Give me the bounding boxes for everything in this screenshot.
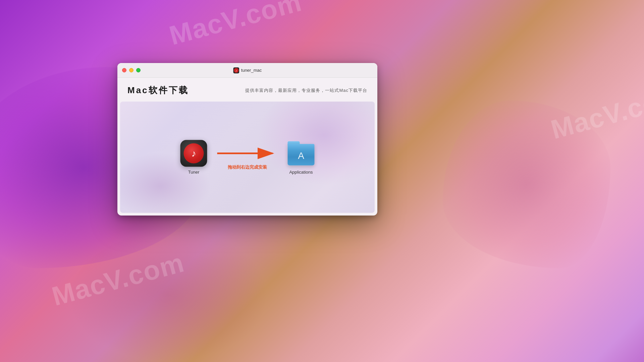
installer-window: ♪ tuner_mac Mac软件下载 提供丰富内容，最新应用，专业服务，一站式…: [117, 63, 377, 216]
folder-body: A: [288, 144, 315, 166]
icon-labels-row: Tuner Applications: [120, 170, 375, 175]
install-instruction-text: 拖动到右边完成安装: [228, 164, 267, 170]
music-note-icon: ♪: [192, 149, 196, 158]
site-subtitle: 提供丰富内容，最新应用，专业服务，一站式Mac下载平台: [245, 87, 367, 94]
tuner-icon-inner: ♪: [184, 143, 204, 164]
traffic-lights: [122, 68, 141, 72]
icons-row: ♪ 拖动到右边完成安装: [120, 140, 375, 167]
svg-text:♪: ♪: [235, 69, 237, 72]
titlebar-app-icon: ♪: [233, 67, 239, 73]
minimize-button[interactable]: [129, 68, 133, 72]
applications-label: Applications: [288, 170, 315, 175]
applications-folder-icon[interactable]: A: [288, 141, 315, 166]
titlebar: ♪ tuner_mac: [117, 63, 377, 78]
dmg-install-area: ♪ 拖动到右边完成安装: [120, 102, 375, 213]
titlebar-title-area: ♪ tuner_mac: [233, 67, 262, 73]
drag-arrow-container: 拖动到右边完成安装: [214, 147, 281, 160]
bg-blob-2: [443, 101, 610, 268]
header-content: Mac软件下载 提供丰富内容，最新应用，专业服务，一站式Mac下载平台: [127, 84, 367, 96]
close-button[interactable]: [122, 68, 126, 72]
window-title: tuner_mac: [241, 68, 262, 73]
tuner-app-icon[interactable]: ♪: [180, 140, 207, 167]
watermark-1: MacV.com: [166, 0, 305, 51]
site-title: Mac软件下载: [127, 84, 189, 96]
drag-arrow-svg: [214, 147, 281, 160]
folder-letter-icon: A: [298, 150, 304, 161]
header-area: Mac软件下载 提供丰富内容，最新应用，专业服务，一站式Mac下载平台: [117, 78, 377, 102]
tuner-label: Tuner: [180, 170, 207, 175]
maximize-button[interactable]: [136, 68, 141, 72]
install-instruction-area: ♪ 拖动到右边完成安装: [120, 140, 375, 175]
